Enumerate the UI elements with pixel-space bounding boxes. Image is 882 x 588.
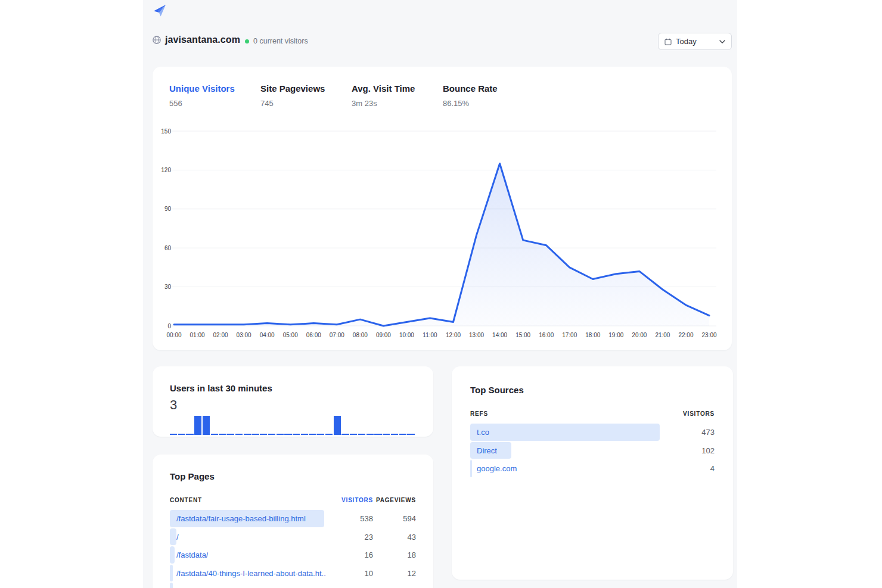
page-row[interactable]: /2343 bbox=[170, 528, 416, 546]
page-visitors-value: 538 bbox=[360, 514, 373, 523]
minute-slot bbox=[334, 416, 341, 435]
source-share-bar bbox=[470, 424, 660, 441]
x-axis-tick: 17:00 bbox=[562, 332, 577, 338]
minute-bar-empty bbox=[391, 434, 398, 435]
minute-bar-empty bbox=[383, 434, 390, 435]
page-row[interactable]: /fastdata/40-things-I-learned-about-data… bbox=[170, 564, 416, 583]
page-visitors-value: 16 bbox=[365, 550, 373, 559]
y-axis-tick: 0 bbox=[167, 323, 171, 329]
minute-bar-empty bbox=[341, 434, 349, 435]
tab-avg-visit-time-label: Avg. Visit Time bbox=[352, 83, 443, 94]
source-visitors-value: 4 bbox=[710, 464, 715, 473]
source-ref-link[interactable]: google.com bbox=[477, 464, 517, 473]
site-selector[interactable]: javisantana.com bbox=[153, 35, 240, 45]
x-axis-tick: 10:00 bbox=[399, 332, 414, 338]
y-axis-tick: 150 bbox=[161, 128, 171, 135]
x-axis-tick: 04:00 bbox=[260, 332, 275, 338]
minute-slot bbox=[227, 416, 234, 435]
minute-bar-active bbox=[203, 416, 210, 435]
tab-site-pageviews[interactable]: Site Pageviews 745 bbox=[260, 83, 352, 108]
top-pages-header: Content Visitors Pageviews bbox=[170, 497, 416, 503]
source-ref-link[interactable]: t.co bbox=[477, 428, 489, 437]
col-visitors[interactable]: Visitors bbox=[683, 410, 715, 417]
minute-bar-empty bbox=[374, 434, 381, 435]
date-range-select[interactable]: Today bbox=[658, 33, 732, 50]
minute-bar-empty bbox=[399, 434, 406, 435]
minute-bar-empty bbox=[251, 434, 259, 435]
tab-site-pageviews-label: Site Pageviews bbox=[260, 83, 352, 94]
page-row[interactable]: /fastdata/fair-usage-based-billing.html5… bbox=[170, 509, 416, 528]
tab-avg-visit-time[interactable]: Avg. Visit Time 3m 23s bbox=[352, 83, 443, 108]
area-fill bbox=[174, 164, 709, 326]
source-row[interactable]: Direct102 bbox=[470, 441, 715, 460]
page-path-link[interactable]: /fastdata/fair-usage-based-billing.html bbox=[176, 514, 306, 523]
minute-bar-empty bbox=[301, 434, 308, 435]
online-dot-icon bbox=[245, 39, 249, 43]
col-refs[interactable]: Refs bbox=[470, 410, 488, 417]
top-pages-rows: /fastdata/fair-usage-based-billing.html5… bbox=[170, 509, 416, 588]
x-axis-tick: 07:00 bbox=[330, 332, 344, 338]
minute-bar-empty bbox=[268, 434, 275, 435]
page-row[interactable]: /fastdata/1618 bbox=[170, 546, 416, 564]
page-path-link[interactable]: / bbox=[176, 532, 179, 541]
x-axis-tick: 03:00 bbox=[237, 332, 251, 338]
minute-slot bbox=[293, 416, 300, 435]
col-pageviews[interactable]: Pageviews bbox=[373, 497, 416, 503]
minute-bar-empty bbox=[350, 434, 357, 435]
top-pages-card: Top Pages Content Visitors Pageviews /fa… bbox=[153, 455, 433, 588]
y-axis-tick: 30 bbox=[164, 284, 172, 290]
x-axis-tick: 22:00 bbox=[678, 332, 693, 338]
x-axis-tick: 01:00 bbox=[190, 332, 205, 338]
tab-bounce-rate[interactable]: Bounce Rate 86.15% bbox=[443, 83, 534, 108]
minute-bar-empty bbox=[284, 434, 291, 435]
x-axis-tick: 08:00 bbox=[353, 332, 368, 338]
tab-bounce-rate-value: 86.15% bbox=[443, 99, 534, 108]
tab-unique-visitors[interactable]: Unique Visitors 556 bbox=[169, 83, 260, 108]
col-content[interactable]: Content bbox=[170, 497, 202, 503]
minute-bar-active bbox=[334, 416, 341, 435]
x-axis-tick: 13:00 bbox=[469, 332, 484, 338]
minute-bar-empty bbox=[178, 434, 185, 435]
minute-slot bbox=[244, 416, 251, 435]
minute-slot bbox=[260, 416, 267, 435]
tinybird-logo[interactable] bbox=[153, 4, 167, 18]
x-axis-tick: 16:00 bbox=[539, 332, 554, 338]
realtime-users-card: Users in last 30 minutes 3 bbox=[153, 366, 433, 437]
x-axis-tick: 00:00 bbox=[166, 332, 181, 338]
minute-slot bbox=[268, 416, 275, 435]
globe-icon bbox=[153, 36, 161, 44]
tab-unique-visitors-label: Unique Visitors bbox=[169, 83, 260, 94]
page-share-bar bbox=[170, 546, 175, 564]
page-path-link[interactable]: /fastdata/40-things-I-learned-about-data… bbox=[176, 568, 325, 577]
page-share-bar bbox=[170, 583, 173, 588]
minute-bar-empty bbox=[235, 434, 243, 435]
minute-bar-active bbox=[194, 416, 201, 435]
x-axis-tick: 06:00 bbox=[306, 332, 321, 338]
calendar-icon bbox=[664, 38, 672, 45]
source-row[interactable]: google.com4 bbox=[470, 459, 715, 478]
minute-bar-empty bbox=[358, 434, 365, 435]
x-axis-tick: 09:00 bbox=[376, 332, 391, 338]
x-axis-tick: 11:00 bbox=[423, 332, 437, 338]
source-ref-link[interactable]: Direct bbox=[477, 446, 497, 455]
minute-slot bbox=[284, 416, 291, 435]
minute-bar-empty bbox=[367, 434, 374, 435]
page-path-link[interactable]: /fastdata/ bbox=[176, 550, 208, 559]
page-row[interactable]: /fastdata/data-engineer-skills.html1010 bbox=[170, 582, 416, 588]
source-visitors-value: 102 bbox=[701, 446, 715, 455]
minute-slot bbox=[374, 416, 381, 435]
minute-slot bbox=[251, 416, 259, 435]
source-row[interactable]: t.co473 bbox=[470, 423, 715, 441]
minute-slot bbox=[407, 416, 414, 435]
page-visitors-value: 23 bbox=[365, 532, 373, 541]
x-axis-tick: 18:00 bbox=[585, 332, 600, 338]
page-pageviews-value: 12 bbox=[408, 568, 416, 577]
col-visitors-sorted[interactable]: Visitors bbox=[328, 497, 373, 503]
minute-slot bbox=[301, 416, 308, 435]
realtime-users-count: 3 bbox=[170, 397, 416, 413]
x-axis-tick: 12:00 bbox=[446, 332, 461, 338]
top-sources-rows: t.co473Direct102google.com4 bbox=[470, 423, 715, 478]
minute-slot bbox=[383, 416, 390, 435]
top-sources-title: Top Sources bbox=[470, 385, 715, 395]
current-visitors-label: 0 current visitors bbox=[253, 37, 308, 45]
